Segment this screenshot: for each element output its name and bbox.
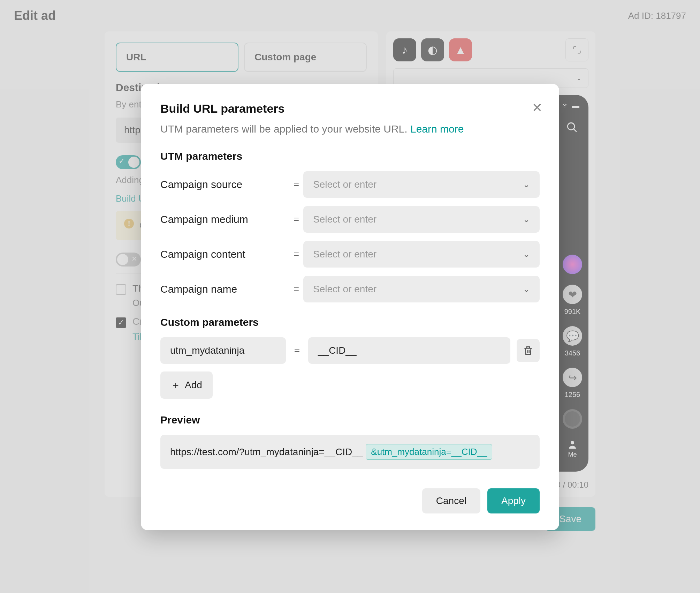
equals-sign: =: [289, 179, 303, 190]
placeholder-text: Select or enter: [313, 249, 376, 260]
campaign-name-label: Campaign name: [160, 283, 289, 295]
custom-section-title: Custom parameters: [160, 316, 540, 328]
placeholder-text: Select or enter: [313, 179, 376, 190]
apply-button[interactable]: Apply: [487, 488, 540, 513]
chevron-down-icon: ⌄: [523, 284, 530, 294]
cancel-button[interactable]: Cancel: [422, 488, 480, 513]
modal-subtitle-text: UTM parameters will be applied to your w…: [160, 123, 410, 135]
custom-param-value-input[interactable]: __CID__: [308, 337, 510, 364]
add-param-button[interactable]: ＋ Add: [160, 371, 213, 399]
modal-overlay: ✕ Build URL parameters UTM parameters wi…: [0, 0, 700, 593]
campaign-name-select[interactable]: Select or enter ⌄: [303, 276, 540, 302]
equals-sign: =: [289, 249, 303, 260]
campaign-source-select[interactable]: Select or enter ⌄: [303, 171, 540, 198]
build-url-modal: ✕ Build URL parameters UTM parameters wi…: [141, 84, 559, 530]
equals-sign: =: [289, 214, 303, 225]
modal-subtitle: UTM parameters will be applied to your w…: [160, 123, 540, 135]
preview-url-text: https://test.com/?utm_mydataninja=__CID_…: [170, 446, 363, 458]
modal-title: Build URL parameters: [160, 102, 540, 115]
campaign-medium-label: Campaign medium: [160, 213, 289, 225]
custom-param-key-input[interactable]: utm_mydataninja: [160, 337, 286, 364]
preview-url-box: https://test.com/?utm_mydataninja=__CID_…: [160, 435, 540, 469]
preview-badge: &utm_mydataninja=__CID__: [366, 444, 492, 460]
campaign-medium-select[interactable]: Select or enter ⌄: [303, 206, 540, 233]
learn-more-link[interactable]: Learn more: [410, 123, 464, 135]
plus-icon: ＋: [171, 378, 181, 392]
chevron-down-icon: ⌄: [523, 249, 530, 259]
delete-param-button[interactable]: [517, 339, 540, 362]
chevron-down-icon: ⌄: [523, 180, 530, 189]
equals-sign: =: [289, 284, 303, 295]
chevron-down-icon: ⌄: [523, 215, 530, 224]
utm-section-title: UTM parameters: [160, 150, 540, 162]
preview-section-title: Preview: [160, 414, 540, 426]
campaign-source-label: Campaign source: [160, 179, 289, 190]
close-icon[interactable]: ✕: [532, 100, 542, 115]
add-label: Add: [185, 380, 202, 391]
placeholder-text: Select or enter: [313, 284, 376, 295]
placeholder-text: Select or enter: [313, 214, 376, 225]
campaign-content-select[interactable]: Select or enter ⌄: [303, 241, 540, 268]
trash-icon: [523, 345, 534, 356]
campaign-content-label: Campaign content: [160, 248, 289, 260]
equals-sign: =: [292, 345, 302, 356]
